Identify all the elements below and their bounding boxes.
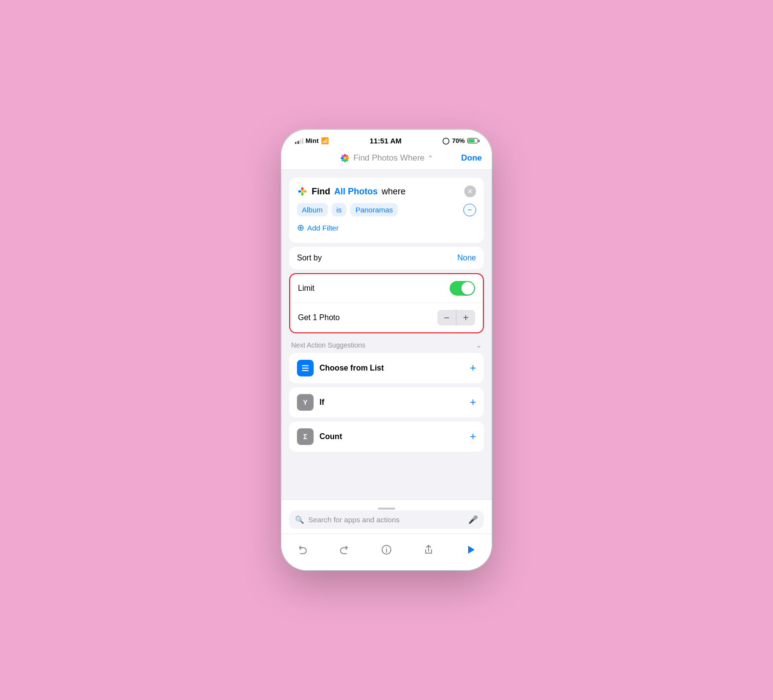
- filter-tags: Album is Panoramas: [297, 203, 398, 216]
- if-label: If: [319, 398, 324, 407]
- count-label: Count: [319, 432, 342, 441]
- add-filter-button[interactable]: ⊕ Add Filter: [297, 222, 476, 233]
- if-icon: Y: [297, 394, 314, 411]
- status-left: Mint 📶: [295, 137, 329, 144]
- svg-point-11: [301, 193, 304, 196]
- choose-from-list-icon: [297, 360, 314, 376]
- nav-title: Find Photos Where ⌃: [340, 153, 433, 163]
- photos-app-icon: [340, 153, 350, 163]
- search-icon: 🔍: [295, 515, 304, 524]
- phone-frame: Mint 📶 11:51 AM ◯ 70%: [281, 130, 492, 570]
- highlighted-section: Limit Get 1 Photo − +: [289, 273, 484, 333]
- limit-label: Limit: [298, 284, 315, 293]
- count-icon: Σ: [297, 428, 314, 445]
- svg-point-18: [386, 547, 387, 548]
- nav-bar: Find Photos Where ⌃ Done: [281, 149, 492, 170]
- suggestion-count[interactable]: Σ Count +: [289, 421, 484, 452]
- photos-action-icon: [297, 186, 308, 197]
- suggestions-label: Next Action Suggestions: [291, 341, 365, 349]
- status-right: ◯ 70%: [442, 137, 478, 144]
- action-header: Find All Photos where ✕: [297, 186, 476, 197]
- search-bar[interactable]: 🔍 Search for apps and actions 🎤: [289, 511, 484, 529]
- svg-rect-16: [302, 370, 309, 371]
- nav-title-text: Find Photos Where: [353, 153, 425, 163]
- limit-toggle[interactable]: [450, 281, 475, 296]
- scroll-content: Find All Photos where ✕ Album is Panoram…: [281, 170, 492, 499]
- info-button[interactable]: [376, 539, 397, 560]
- undo-button[interactable]: [292, 539, 313, 560]
- add-filter-label: Add Filter: [307, 224, 339, 232]
- status-bar: Mint 📶 11:51 AM ◯ 70%: [281, 130, 492, 149]
- sort-row[interactable]: Sort by None: [289, 247, 484, 269]
- svg-point-10: [301, 187, 304, 190]
- album-tag[interactable]: Album: [297, 203, 328, 216]
- redo-button[interactable]: [334, 539, 355, 560]
- play-button[interactable]: [460, 539, 481, 560]
- get-photo-row: Get 1 Photo − +: [290, 303, 483, 332]
- suggestions-header: Next Action Suggestions ⌄: [289, 337, 484, 353]
- add-choose-from-list-button[interactable]: +: [470, 362, 476, 374]
- photo-count-stepper: − +: [437, 310, 475, 326]
- bottom-toolbar: [281, 534, 492, 570]
- add-count-button[interactable]: +: [470, 430, 476, 443]
- location-icon: ◯: [442, 137, 450, 144]
- close-button[interactable]: ✕: [464, 186, 476, 197]
- action-title: Find All Photos where: [297, 186, 406, 197]
- add-filter-icon: ⊕: [297, 222, 304, 233]
- panoramas-tag[interactable]: Panoramas: [350, 203, 398, 216]
- search-section: 🔍 Search for apps and actions 🎤: [281, 499, 492, 534]
- sort-label: Sort by: [297, 254, 322, 262]
- is-tag[interactable]: is: [332, 203, 347, 216]
- battery-icon: [467, 138, 478, 143]
- remove-filter-button[interactable]: −: [463, 204, 476, 216]
- svg-rect-15: [302, 368, 309, 369]
- signal-bars: [295, 138, 303, 144]
- mic-icon[interactable]: 🎤: [468, 515, 478, 524]
- choose-from-list-label: Choose from List: [319, 364, 384, 373]
- carrier-label: Mint: [306, 137, 319, 144]
- svg-point-12: [298, 190, 301, 193]
- all-photos-tag[interactable]: All Photos: [334, 187, 378, 197]
- search-placeholder: Search for apps and actions: [308, 515, 464, 524]
- svg-point-9: [301, 190, 304, 193]
- sort-value[interactable]: None: [457, 254, 476, 262]
- done-button[interactable]: Done: [461, 153, 482, 163]
- action-card: Find All Photos where ✕ Album is Panoram…: [289, 178, 484, 243]
- suggestion-choose-from-list[interactable]: Choose from List +: [289, 353, 484, 383]
- suggestions-list: Choose from List + Y If + Σ Count +: [289, 353, 484, 452]
- svg-point-13: [304, 190, 307, 193]
- limit-row: Limit: [290, 274, 483, 303]
- time-display: 11:51 AM: [369, 137, 401, 145]
- get-photo-label: Get 1 Photo: [298, 313, 340, 322]
- suggestions-chevron-icon[interactable]: ⌄: [476, 341, 482, 349]
- share-button[interactable]: [418, 539, 439, 560]
- find-label: Find: [312, 187, 330, 197]
- add-if-button[interactable]: +: [470, 396, 476, 409]
- stepper-minus-button[interactable]: −: [437, 310, 456, 326]
- nav-chevron-icon[interactable]: ⌃: [428, 154, 433, 162]
- toggle-thumb: [461, 282, 474, 295]
- svg-rect-14: [302, 365, 309, 366]
- wifi-icon: 📶: [321, 137, 329, 144]
- battery-percent: 70%: [452, 137, 465, 144]
- stepper-plus-button[interactable]: +: [456, 310, 475, 326]
- where-label: where: [382, 187, 406, 197]
- drag-indicator: [378, 508, 395, 510]
- filter-row: Album is Panoramas −: [297, 203, 476, 216]
- suggestion-if[interactable]: Y If +: [289, 387, 484, 418]
